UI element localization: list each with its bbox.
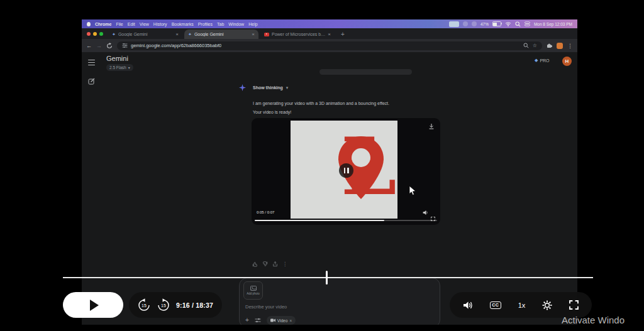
menu-tab[interactable]: Tab [217, 22, 224, 26]
tab-close-icon[interactable]: × [328, 32, 331, 37]
prompt-placeholder[interactable]: Describe your video [245, 304, 287, 310]
back-button[interactable]: ← [86, 43, 92, 49]
model-selector[interactable]: 2.5 Flash ▾ [106, 64, 133, 71]
tab-google-gemini-2[interactable]: ✦ Google Gemini × [184, 30, 258, 39]
new-chat-icon[interactable] [88, 78, 95, 85]
volume-icon[interactable] [423, 210, 429, 215]
tab-close-icon[interactable]: × [252, 32, 255, 37]
tab-title: Power of Microservices basi [272, 32, 325, 36]
status-badge [449, 21, 459, 27]
play-button[interactable] [63, 292, 123, 318]
gemini-sparkle-icon [239, 84, 246, 91]
chevron-down-icon: ▾ [286, 85, 289, 90]
video-player: Chrome File Edit View History Bookmarks … [0, 0, 644, 331]
add-photo-label: Add photo [247, 292, 260, 295]
menu-edit[interactable]: Edit [128, 22, 135, 26]
playback-speed-button[interactable]: 1x [518, 301, 526, 309]
settings-gear-icon[interactable] [542, 300, 552, 310]
video-camera-icon [270, 318, 275, 322]
show-thinking-toggle[interactable]: Show thinking ▾ [239, 84, 288, 91]
chip-close-icon[interactable]: × [289, 318, 292, 323]
share-icon[interactable] [272, 261, 278, 267]
skip-back-button[interactable]: 15 [137, 298, 151, 312]
prompt-composer[interactable]: Add photo Describe your video + Video [239, 278, 440, 325]
menu-bookmarks[interactable]: Bookmarks [172, 22, 194, 26]
wifi-icon[interactable] [505, 21, 511, 26]
menu-profiles[interactable]: Profiles [198, 22, 213, 26]
video-tool-chip[interactable]: Video × [267, 316, 296, 325]
menubar-status-icon[interactable] [463, 21, 468, 26]
macos-menubar: Chrome File Edit View History Bookmarks … [82, 19, 577, 28]
player-settings-controls: CC 1x [450, 292, 592, 318]
menu-view[interactable]: View [140, 22, 149, 26]
captions-button[interactable]: CC [490, 301, 501, 309]
gemini-page: Gemini 2.5 Flash ▾ ◆ PRO H Show thinking… [82, 52, 577, 325]
tools-icon[interactable] [255, 318, 261, 323]
fullscreen-button[interactable] [569, 300, 579, 310]
zoom-window-button[interactable] [99, 32, 103, 36]
download-icon[interactable] [428, 123, 435, 129]
main-menu-icon[interactable] [88, 60, 95, 65]
seek-handle[interactable] [326, 271, 328, 285]
model-label: 2.5 Flash [109, 65, 126, 70]
transport-controls: 15 15 9:16 / 18:37 [129, 292, 222, 318]
menubar-clock[interactable]: Mon 8 Sep 12:03 PM [534, 22, 572, 26]
tab-power-of-microservices[interactable]: Power of Microservices basi × [260, 30, 335, 39]
spotlight-search-icon[interactable] [515, 21, 521, 27]
menu-help[interactable]: Help [248, 22, 257, 26]
forward-button[interactable]: → [96, 43, 102, 49]
reload-button[interactable] [106, 43, 113, 49]
skip-forward-button[interactable]: 15 [157, 298, 170, 312]
assistant-message-line1: I am generating your video with a 3D ani… [253, 101, 389, 106]
site-settings-icon[interactable] [122, 43, 128, 48]
gemini-favicon: ✦ [112, 32, 116, 37]
video-timestamp: 0:05 / 0:07 [257, 210, 274, 214]
svg-text:15: 15 [142, 303, 147, 308]
apple-logo-icon[interactable] [87, 22, 91, 26]
extensions-puzzle-icon[interactable] [547, 43, 552, 48]
search-icon[interactable] [523, 43, 529, 48]
gemini-favicon: ✦ [188, 32, 192, 37]
pause-button[interactable] [339, 163, 353, 178]
add-attachment-icon[interactable]: + [245, 317, 249, 323]
screen-recording-frame: Chrome File Edit View History Bookmarks … [82, 19, 577, 325]
gem-icon: ◆ [535, 58, 538, 63]
video-progress-track[interactable] [255, 220, 437, 221]
browser-toolbar: ← → gemini.google.com/app/62ba8666035bab… [82, 39, 577, 52]
tab-google-gemini-1[interactable]: ✦ Google Gemini × [108, 30, 182, 39]
video-chip-label: Video [277, 318, 288, 323]
menu-window[interactable]: Window [228, 22, 244, 26]
browser-tab-strip: ✦ Google Gemini × ✦ Google Gemini × Powe… [82, 28, 577, 39]
account-avatar[interactable]: H [562, 57, 572, 66]
generated-video-player[interactable]: L 0:05 / 0:07 [252, 118, 440, 225]
add-photo-button[interactable]: Add photo [243, 281, 263, 300]
image-icon [250, 286, 257, 291]
menu-file[interactable]: File [116, 22, 123, 26]
response-actions: ⋮ [252, 261, 287, 267]
minimize-window-button[interactable] [93, 32, 97, 36]
url-text: gemini.google.com/app/62ba8666035babf0 [131, 43, 221, 48]
new-tab-button[interactable]: + [336, 31, 349, 39]
seek-bar[interactable] [63, 277, 593, 278]
assistant-message-line2: Your video is ready! [253, 110, 291, 114]
menubar-status-icon-2[interactable] [472, 21, 477, 26]
chevron-down-icon: ▾ [128, 65, 130, 70]
thumbs-up-icon[interactable] [252, 261, 258, 267]
menu-history[interactable]: History [153, 22, 167, 26]
address-bar[interactable]: gemini.google.com/app/62ba8666035babf0 ☆ [117, 41, 542, 50]
bookmark-star-icon[interactable]: ☆ [533, 43, 537, 48]
mouse-cursor [409, 185, 416, 196]
window-controls[interactable] [82, 28, 108, 39]
play-icon [90, 300, 99, 311]
close-window-button[interactable] [87, 32, 91, 36]
volume-button[interactable] [463, 301, 473, 310]
more-options-icon[interactable]: ⋮ [282, 261, 287, 267]
browser-menu-icon[interactable]: ⋮ [567, 43, 573, 49]
tab-close-icon[interactable]: × [175, 32, 179, 37]
menubar-app-name[interactable]: Chrome [95, 22, 111, 26]
thumbs-down-icon[interactable] [262, 261, 268, 267]
tab-title: Google Gemini [194, 32, 249, 36]
svg-text:15: 15 [161, 303, 166, 308]
profile-avatar[interactable] [557, 43, 563, 49]
control-center-icon[interactable] [525, 21, 530, 26]
